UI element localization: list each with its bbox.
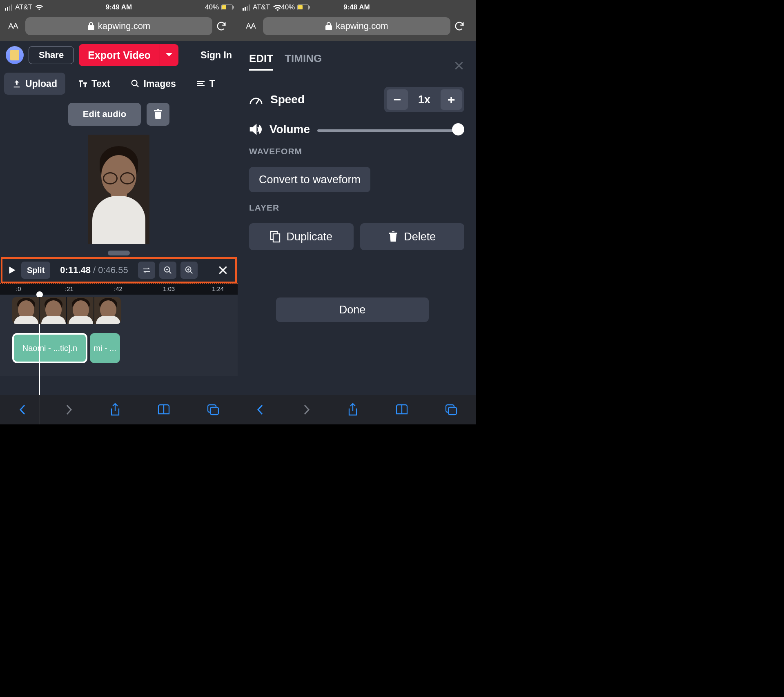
- video-thumb: [39, 297, 66, 324]
- carrier-label: AT&T: [15, 3, 32, 11]
- svg-rect-8: [448, 407, 457, 415]
- speed-row: Speed − 1x +: [249, 87, 464, 112]
- clip-label: mi - ...: [94, 344, 116, 353]
- status-bar: AT&T 9:48 AM 40%: [238, 0, 476, 15]
- search-icon: [131, 79, 140, 88]
- gauge-icon: [249, 94, 263, 105]
- text-size-button[interactable]: AA: [4, 22, 22, 31]
- ruler-tick: 1:03: [161, 285, 175, 293]
- tab-more[interactable]: T: [188, 73, 217, 95]
- tool-tabs: Upload Text Images T: [0, 69, 238, 98]
- trash-icon: [388, 231, 398, 242]
- url-text: kapwing.com: [98, 21, 150, 31]
- safari-bottom-nav: [238, 395, 476, 424]
- done-button[interactable]: Done: [276, 297, 429, 322]
- share-icon[interactable]: [109, 403, 121, 417]
- battery-icon: [221, 4, 233, 10]
- delete-layer-button[interactable]: Delete: [360, 223, 465, 250]
- forward-icon[interactable]: [301, 404, 311, 416]
- share-icon[interactable]: [347, 403, 359, 417]
- reload-icon: [216, 20, 227, 32]
- text-icon: [78, 79, 87, 88]
- ruler-tick: :0: [14, 285, 21, 293]
- carrier-label: AT&T: [253, 3, 270, 11]
- lock-icon: [87, 22, 95, 31]
- play-icon[interactable]: [7, 265, 17, 275]
- convert-waveform-button[interactable]: Convert to waveform: [249, 167, 370, 192]
- delete-button[interactable]: [147, 103, 169, 126]
- video-preview[interactable]: [88, 135, 149, 244]
- back-icon[interactable]: [18, 404, 28, 416]
- swap-icon: [142, 266, 151, 274]
- audio-clip-selected[interactable]: Naomi - ...tic].n: [12, 333, 87, 363]
- video-track[interactable]: [12, 297, 121, 324]
- export-button[interactable]: Export Video: [79, 44, 178, 66]
- video-thumb: [94, 297, 121, 324]
- loop-button[interactable]: [138, 262, 155, 279]
- speed-decrease[interactable]: −: [387, 89, 408, 110]
- bookmarks-icon[interactable]: [395, 404, 409, 415]
- svg-point-0: [131, 80, 137, 86]
- tab-label: T: [209, 78, 215, 89]
- reload-button[interactable]: [216, 20, 234, 32]
- clock: 9:48 AM: [343, 3, 370, 11]
- sign-in-link[interactable]: Sign In: [200, 50, 232, 61]
- text-size-button[interactable]: AA: [242, 22, 260, 31]
- tabs-icon[interactable]: [207, 404, 220, 416]
- close-icon: [218, 265, 228, 275]
- safari-bottom-nav: [0, 395, 238, 424]
- volume-row: Volume: [249, 123, 464, 136]
- battery-icon: [297, 4, 309, 10]
- drag-handle[interactable]: [108, 251, 130, 255]
- tab-images[interactable]: Images: [122, 73, 184, 95]
- zoom-out-icon: [163, 266, 172, 275]
- speed-increase[interactable]: +: [441, 89, 462, 110]
- video-thumb: [66, 297, 94, 324]
- share-button[interactable]: Share: [29, 46, 74, 64]
- reload-icon: [454, 20, 465, 32]
- duplicate-button[interactable]: Duplicate: [249, 223, 354, 250]
- timecode: 0:11.48 / 0:46.55: [54, 265, 134, 275]
- zoom-out-button[interactable]: [159, 262, 176, 279]
- address-field[interactable]: kapwing.com: [25, 17, 212, 35]
- timeline-controls-highlighted: Split 0:11.48 / 0:46.55: [1, 257, 237, 283]
- speed-value: 1x: [408, 93, 441, 106]
- audio-clip[interactable]: mi - ...: [90, 333, 120, 363]
- cellular-signal-icon: [5, 4, 12, 11]
- tabs-icon[interactable]: [445, 404, 458, 416]
- forward-icon[interactable]: [64, 404, 74, 416]
- timeline-ruler[interactable]: :0 :21 :42 1:03 1:24: [0, 283, 238, 295]
- zoom-in-button[interactable]: [180, 262, 198, 279]
- trash-icon: [153, 109, 163, 120]
- svg-rect-6: [273, 234, 280, 242]
- close-icon: [454, 60, 464, 71]
- slider-thumb[interactable]: [452, 123, 464, 135]
- tab-upload[interactable]: Upload: [4, 73, 65, 95]
- address-field[interactable]: kapwing.com: [263, 17, 450, 35]
- upload-icon: [12, 79, 21, 88]
- tab-timing[interactable]: TIMING: [285, 52, 322, 71]
- battery-percent: 40%: [205, 3, 219, 11]
- edit-audio-button[interactable]: Edit audio: [68, 103, 141, 126]
- wifi-icon: [273, 4, 281, 11]
- volume-slider[interactable]: [317, 123, 464, 135]
- back-icon[interactable]: [256, 404, 265, 416]
- avatar[interactable]: [6, 46, 24, 64]
- chevron-down-icon: [165, 52, 173, 58]
- tab-label: Images: [144, 78, 176, 89]
- tab-label: Text: [91, 78, 110, 89]
- close-timeline-button[interactable]: [215, 262, 231, 278]
- waveform-section-label: WAVEFORM: [249, 147, 464, 156]
- split-button[interactable]: Split: [21, 262, 50, 279]
- bookmarks-icon[interactable]: [157, 404, 171, 415]
- tab-edit[interactable]: EDIT: [249, 52, 273, 71]
- close-panel-button[interactable]: [454, 60, 464, 71]
- export-dropdown[interactable]: [160, 44, 178, 66]
- tab-text[interactable]: Text: [69, 73, 118, 95]
- timeline-tracks[interactable]: Naomi - ...tic].n mi - ...: [0, 295, 238, 376]
- reload-button[interactable]: [454, 20, 472, 32]
- zoom-in-icon: [185, 266, 194, 275]
- clip-label: Naomi - ...tic].n: [22, 344, 77, 353]
- layer-section-label: LAYER: [249, 203, 464, 213]
- cellular-signal-icon: [243, 4, 250, 11]
